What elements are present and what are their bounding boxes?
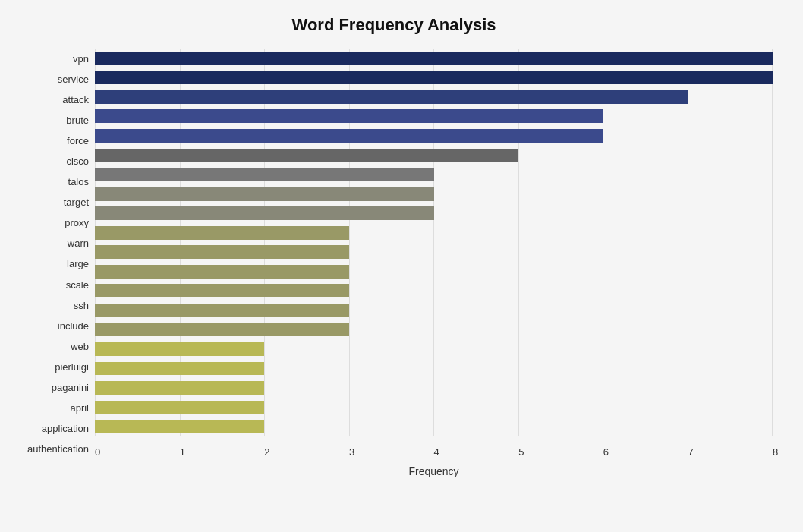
- bar-row: [95, 49, 773, 68]
- bar: [95, 206, 434, 220]
- bar: [95, 420, 264, 433]
- bar: [95, 401, 264, 414]
- x-axis-title: Frequency: [15, 465, 773, 477]
- y-label: include: [58, 321, 89, 331]
- bar-row: [95, 282, 773, 301]
- y-label: service: [58, 74, 89, 84]
- y-label: authentication: [27, 444, 89, 454]
- bar: [95, 149, 518, 162]
- bar-row: [95, 184, 773, 204]
- bar-row: [95, 339, 773, 359]
- bar: [95, 265, 349, 279]
- chart-container: Word Frequency Analysis vpnserviceattack…: [0, 0, 803, 532]
- y-label: cisco: [66, 156, 89, 166]
- y-label: talos: [68, 177, 89, 187]
- bar-row: [95, 320, 773, 340]
- bar-row: [95, 359, 773, 379]
- bar-row: [95, 242, 773, 262]
- y-labels: vpnserviceattackbruteforceciscotalostarg…: [15, 49, 95, 459]
- chart-area: vpnserviceattackbruteforceciscotalostarg…: [15, 49, 773, 459]
- bar-row: [95, 126, 773, 146]
- bar: [95, 168, 434, 181]
- y-label: target: [64, 197, 89, 207]
- bar: [95, 381, 264, 395]
- y-label: brute: [66, 115, 89, 125]
- y-label: warn: [68, 238, 89, 248]
- bar-row: [95, 107, 773, 127]
- y-label: large: [67, 259, 89, 269]
- bars-and-grid: 012345678: [95, 49, 773, 459]
- bar-row: [95, 223, 773, 243]
- bar: [95, 284, 349, 297]
- bar-row: [95, 262, 773, 282]
- y-label: april: [70, 403, 89, 413]
- y-label: ssh: [74, 301, 89, 310]
- bar-row: [95, 68, 773, 88]
- bar-row: [95, 146, 773, 165]
- bar: [95, 52, 773, 65]
- bar: [95, 109, 603, 123]
- bar-row: [95, 165, 773, 184]
- bar-row: [95, 398, 773, 417]
- bar: [95, 187, 434, 201]
- bar: [95, 226, 349, 240]
- chart-title: Word Frequency Analysis: [15, 15, 773, 35]
- bar: [95, 362, 264, 376]
- bar-row: [95, 301, 773, 320]
- y-label: attack: [62, 95, 89, 105]
- bar: [95, 323, 349, 336]
- y-label: paganini: [52, 382, 89, 392]
- bar: [95, 304, 349, 317]
- x-axis-labels: 012345678: [95, 436, 773, 459]
- y-label: vpn: [73, 54, 89, 64]
- y-label: force: [67, 136, 89, 146]
- bar: [95, 342, 264, 356]
- bar-row: [95, 203, 773, 223]
- bar: [95, 129, 603, 143]
- bars-wrapper: [95, 49, 773, 436]
- y-label: application: [42, 423, 89, 433]
- bar: [95, 245, 349, 259]
- y-label: pierluigi: [55, 362, 89, 372]
- y-label: scale: [66, 280, 89, 290]
- bar: [95, 90, 688, 104]
- bar-row: [95, 378, 773, 398]
- y-label: web: [71, 342, 89, 351]
- bar-row: [95, 417, 773, 436]
- y-label: proxy: [65, 218, 89, 228]
- bar: [95, 71, 773, 84]
- bar-row: [95, 87, 773, 107]
